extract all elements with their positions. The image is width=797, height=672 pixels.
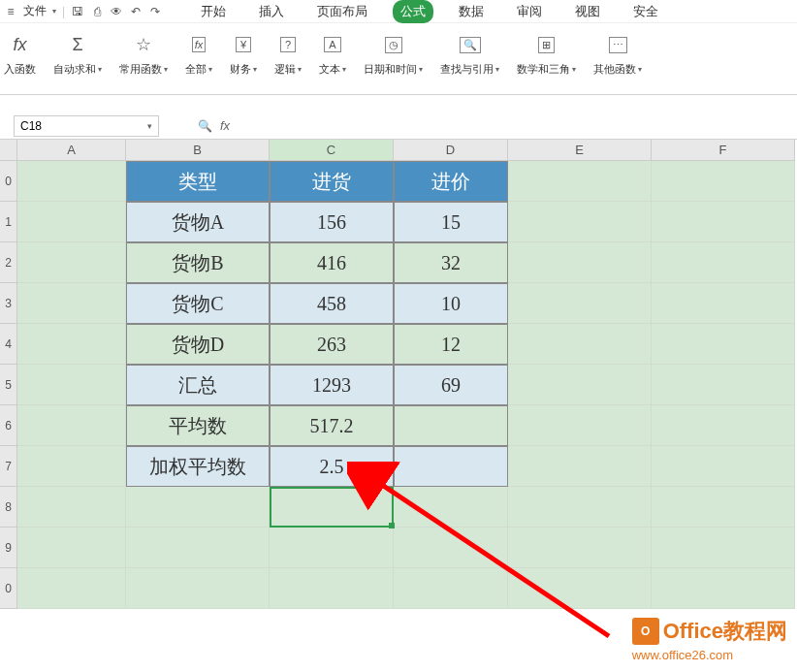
tab-insert[interactable]: 插入 <box>251 0 292 23</box>
undo-icon[interactable]: ↶ <box>129 5 143 18</box>
fx-label-icon[interactable]: fx <box>220 118 230 133</box>
tab-pagelayout[interactable]: 页面布局 <box>309 0 375 23</box>
cell[interactable] <box>508 487 652 528</box>
cell[interactable] <box>17 528 126 568</box>
cell[interactable] <box>17 568 126 609</box>
col-header-a[interactable]: A <box>17 140 126 161</box>
cell[interactable]: 货物B <box>126 242 270 283</box>
cell[interactable] <box>652 161 795 202</box>
save-icon[interactable]: 🖫 <box>71 5 84 18</box>
tab-formula[interactable]: 公式 <box>393 0 433 23</box>
cell[interactable] <box>126 487 270 528</box>
preview-icon[interactable]: 👁 <box>110 5 123 18</box>
cell[interactable]: 263 <box>270 324 394 365</box>
cell[interactable] <box>270 568 394 609</box>
cell[interactable]: 货物A <box>126 202 270 242</box>
cell[interactable] <box>270 528 394 568</box>
math-button[interactable]: ⊞ 数学和三角▾ <box>517 31 576 77</box>
cell[interactable] <box>126 568 270 609</box>
tab-view[interactable]: 视图 <box>567 0 608 23</box>
row-header[interactable]: 0 <box>0 568 17 609</box>
cell[interactable]: 加权平均数 <box>126 446 270 487</box>
common-functions-button[interactable]: ☆ 常用函数▾ <box>119 31 168 77</box>
cell[interactable]: 12 <box>394 324 508 365</box>
cell[interactable] <box>17 365 126 405</box>
cell[interactable] <box>508 283 652 324</box>
col-header-f[interactable]: F <box>652 140 795 161</box>
cell[interactable] <box>508 446 652 487</box>
cell[interactable] <box>652 365 795 405</box>
cell[interactable] <box>652 283 795 324</box>
cell[interactable]: 货物D <box>126 324 270 365</box>
row-header[interactable]: 0 <box>0 161 17 202</box>
cells-area[interactable]: 类型 进货 进价 货物A 156 15 货物B 416 32 <box>17 161 795 609</box>
tab-review[interactable]: 审阅 <box>509 0 550 23</box>
redo-icon[interactable]: ↷ <box>148 5 162 18</box>
menu-icon[interactable]: ≡ <box>4 5 17 18</box>
formula-input[interactable] <box>238 115 797 137</box>
cell[interactable] <box>652 405 795 446</box>
tab-data[interactable]: 数据 <box>451 0 492 23</box>
financial-button[interactable]: ¥ 财务▾ <box>230 31 257 77</box>
cell[interactable]: 2.5 <box>270 446 394 487</box>
col-header-e[interactable]: E <box>508 140 652 161</box>
cell[interactable] <box>394 487 508 528</box>
cell[interactable] <box>508 405 652 446</box>
cell[interactable] <box>17 405 126 446</box>
magnify-icon[interactable]: 🔍 <box>198 119 212 133</box>
cell[interactable] <box>652 528 795 568</box>
cell[interactable] <box>17 487 126 528</box>
logical-button[interactable]: ? 逻辑▾ <box>274 31 302 77</box>
cell[interactable] <box>17 324 126 365</box>
text-button[interactable]: A 文本▾ <box>319 31 346 77</box>
cell[interactable]: 15 <box>394 202 508 242</box>
lookup-button[interactable]: 🔍 查找与引用▾ <box>440 31 499 77</box>
cell[interactable] <box>652 324 795 365</box>
cell[interactable]: 32 <box>394 242 508 283</box>
cell[interactable]: 156 <box>270 202 394 242</box>
select-all-corner[interactable] <box>0 140 17 161</box>
cell-header[interactable]: 进货 <box>270 161 394 202</box>
cell[interactable] <box>652 487 795 528</box>
col-header-c[interactable]: C <box>270 140 394 161</box>
cell[interactable] <box>508 324 652 365</box>
cell[interactable] <box>652 446 795 487</box>
row-header[interactable]: 1 <box>0 202 17 242</box>
cell[interactable]: 416 <box>270 242 394 283</box>
cell[interactable] <box>394 528 508 568</box>
cell[interactable] <box>270 487 394 528</box>
cell[interactable] <box>508 568 652 609</box>
cell[interactable] <box>17 242 126 283</box>
cell[interactable] <box>17 161 126 202</box>
cell[interactable] <box>652 568 795 609</box>
cell[interactable]: 458 <box>270 283 394 324</box>
row-header[interactable]: 2 <box>0 242 17 283</box>
col-header-b[interactable]: B <box>126 140 270 161</box>
row-header[interactable]: 6 <box>0 405 17 446</box>
cell-header[interactable]: 进价 <box>394 161 508 202</box>
datetime-button[interactable]: ◷ 日期和时间▾ <box>364 31 423 77</box>
row-header[interactable]: 8 <box>0 487 17 528</box>
cell[interactable]: 69 <box>394 365 508 405</box>
row-header[interactable]: 9 <box>0 528 17 568</box>
insert-function-button[interactable]: fx 入函数 <box>4 31 36 77</box>
print-icon[interactable]: ⎙ <box>90 5 104 18</box>
cell[interactable] <box>17 283 126 324</box>
cell[interactable] <box>508 161 652 202</box>
cell[interactable] <box>126 528 270 568</box>
cell[interactable] <box>394 446 508 487</box>
row-header[interactable]: 5 <box>0 365 17 405</box>
row-header[interactable]: 7 <box>0 446 17 487</box>
tab-start[interactable]: 开始 <box>193 0 234 23</box>
cell[interactable]: 1293 <box>270 365 394 405</box>
cell[interactable] <box>652 202 795 242</box>
cell-header[interactable]: 类型 <box>126 161 270 202</box>
cell[interactable]: 货物C <box>126 283 270 324</box>
all-functions-button[interactable]: fx 全部▾ <box>185 31 212 77</box>
cell[interactable] <box>17 446 126 487</box>
cell[interactable] <box>508 365 652 405</box>
cell[interactable]: 汇总 <box>126 365 270 405</box>
cell[interactable] <box>394 568 508 609</box>
tab-security[interactable]: 安全 <box>625 0 666 23</box>
cell[interactable]: 10 <box>394 283 508 324</box>
